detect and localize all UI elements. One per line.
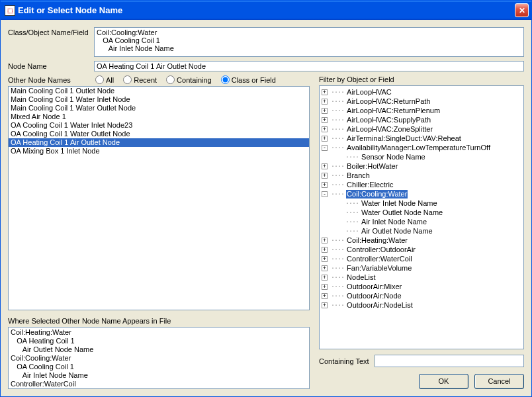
close-button[interactable]: ✕ (515, 3, 529, 17)
node-list-item[interactable]: Main Cooling Coil 1 Water Outlet Node (9, 104, 309, 112)
tree-row[interactable]: +····AirLoopHVAC (320, 87, 523, 97)
tree-node-label[interactable]: AirLoopHVAC:ZoneSplitter (346, 125, 433, 134)
tree-row[interactable]: +····AirLoopHVAC:ReturnPath (320, 97, 523, 106)
tree-node-label[interactable]: Water Outlet Node Name (361, 208, 443, 217)
expand-icon[interactable]: + (322, 173, 328, 179)
appears-line: Controller:WaterCoil (9, 380, 309, 388)
tree-node-label[interactable]: Branch (346, 171, 371, 180)
tree-row[interactable]: +····NodeList (320, 273, 523, 282)
cancel-button[interactable]: Cancel (474, 374, 524, 389)
tree-node-label[interactable]: OutdoorAir:Node (346, 292, 402, 300)
appears-list[interactable]: Coil:Heating:Water OA Heating Coil 1 Air… (8, 327, 310, 389)
node-list-item[interactable]: OA Cooling Coil 1 Water Outlet Node (9, 130, 309, 138)
tree-row[interactable]: +····Chiller:Electric (320, 180, 523, 189)
tree-row[interactable]: +····Fan:VariableVolume (320, 263, 523, 273)
node-list-item[interactable]: Main Cooling Coil 1 Outlet Node (9, 87, 309, 95)
tree-node-label[interactable]: Controller:WaterCoil (346, 255, 413, 263)
expand-icon[interactable]: + (322, 182, 328, 188)
filter-by-label: Filter by Object or Field (319, 75, 524, 83)
expand-icon[interactable]: + (322, 117, 328, 123)
tree-row[interactable]: +····Branch (320, 171, 523, 180)
tree-node-label[interactable]: AirLoopHVAC (346, 88, 392, 97)
class-field-line3: Air Inlet Node Name (97, 44, 521, 52)
radio-containing[interactable]: Containing (166, 75, 212, 84)
expand-icon[interactable]: + (322, 265, 328, 271)
class-field-label: Class/Object Name/Field (8, 27, 93, 36)
expand-icon[interactable]: + (322, 126, 328, 132)
tree-row[interactable]: ····Water Outlet Node Name (320, 208, 523, 217)
tree-node-label[interactable]: Sensor Node Name (361, 153, 426, 161)
tree-node-label[interactable]: Water Inlet Node Name (361, 199, 438, 208)
tree-spacer (336, 210, 342, 216)
node-list[interactable]: Main Cooling Coil 1 Outlet NodeMain Cool… (8, 86, 310, 310)
expand-icon[interactable]: + (322, 89, 328, 95)
expand-icon[interactable]: + (322, 275, 328, 281)
filter-tree[interactable]: +····AirLoopHVAC+····AirLoopHVAC:ReturnP… (319, 85, 524, 349)
appears-line: OA Cooling Coil 1 (9, 363, 309, 371)
expand-icon[interactable]: + (322, 284, 328, 290)
expand-icon[interactable]: + (322, 238, 328, 243)
tree-node-label[interactable]: Coil:Cooling:Water (346, 190, 408, 198)
other-names-label: Other Node Names (8, 76, 93, 84)
tree-spacer (336, 154, 342, 160)
tree-node-label[interactable]: AirTerminal:SingleDuct:VAV:Reheat (346, 134, 462, 143)
tree-node-label[interactable]: OutdoorAir:Mixer (346, 283, 402, 291)
tree-row[interactable]: +····Controller:OutdoorAir (320, 245, 523, 254)
tree-node-label[interactable]: Air Inlet Node Name (361, 218, 427, 226)
tree-row[interactable]: -····Coil:Cooling:Water (320, 189, 523, 198)
tree-row[interactable]: +····AirLoopHVAC:ReturnPlenum (320, 106, 523, 115)
expand-icon[interactable]: + (322, 108, 328, 114)
titlebar[interactable]: ⬚ Edit or Select Node Name ✕ (1, 1, 531, 20)
tree-node-label[interactable]: AvailabilityManager:LowTemperatureTurnOf… (346, 144, 491, 152)
expand-icon[interactable]: + (322, 293, 328, 299)
tree-node-label[interactable]: AirLoopHVAC:SupplyPath (346, 116, 431, 124)
radio-recent[interactable]: Recent (123, 75, 157, 84)
node-list-item[interactable]: Main Cooling Coil 1 Water Inlet Node (9, 95, 309, 104)
node-name-input[interactable] (97, 62, 521, 70)
tree-node-label[interactable]: Controller:OutdoorAir (346, 245, 416, 254)
tree-node-label[interactable]: Fan:VariableVolume (346, 264, 412, 273)
tree-row[interactable]: +····Boiler:HotWater (320, 161, 523, 171)
radio-class-field[interactable]: Class or Field (221, 75, 276, 84)
tree-row[interactable]: +····OutdoorAir:Node (320, 291, 523, 300)
tree-node-label[interactable]: NodeList (346, 273, 376, 282)
tree-row[interactable]: ····Sensor Node Name (320, 152, 523, 161)
expand-icon[interactable]: + (322, 256, 328, 262)
tree-node-label[interactable]: Boiler:HotWater (346, 162, 398, 171)
tree-row[interactable]: +····Controller:WaterCoil (320, 254, 523, 263)
tree-node-label[interactable]: Coil:Heating:Water (346, 236, 408, 245)
ok-button[interactable]: OK (419, 374, 468, 389)
appears-line: Coil:Heating:Water (9, 328, 309, 337)
tree-row[interactable]: +····OutdoorAir:NodeList (320, 300, 523, 310)
filter-radio-group: All Recent Containing Class or Field (95, 75, 276, 84)
node-list-item[interactable]: Mixed Air Node 1 (9, 112, 309, 121)
expand-icon[interactable]: + (322, 99, 328, 105)
node-list-item[interactable]: OA Heating Coil 1 Air Outlet Node (9, 138, 309, 147)
tree-node-label[interactable]: AirLoopHVAC:ReturnPath (346, 97, 431, 106)
expand-icon[interactable]: + (322, 247, 328, 253)
expand-icon[interactable]: + (322, 136, 328, 142)
tree-node-label[interactable]: Chiller:Electric (346, 181, 394, 189)
window-title: Edit or Select Node Name (18, 5, 515, 15)
tree-row[interactable]: +····AirTerminal:SingleDuct:VAV:Reheat (320, 134, 523, 143)
node-list-item[interactable]: OA Mixing Box 1 Inlet Node (9, 147, 309, 155)
tree-row[interactable]: +····AirLoopHVAC:SupplyPath (320, 115, 523, 124)
radio-all[interactable]: All (95, 75, 114, 84)
expand-icon[interactable]: + (322, 163, 328, 169)
collapse-icon[interactable]: - (322, 191, 328, 197)
containing-text-input[interactable] (375, 355, 524, 367)
class-field-line1: Coil:Cooling:Water (97, 28, 521, 36)
tree-node-label[interactable]: AirLoopHVAC:ReturnPlenum (346, 107, 441, 115)
tree-row[interactable]: +····OutdoorAir:Mixer (320, 282, 523, 291)
tree-row[interactable]: -····AvailabilityManager:LowTemperatureT… (320, 143, 523, 152)
tree-node-label[interactable]: OutdoorAir:NodeList (346, 301, 414, 310)
collapse-icon[interactable]: - (322, 145, 328, 151)
tree-row[interactable]: ····Water Inlet Node Name (320, 198, 523, 208)
tree-node-label[interactable]: Air Outlet Node Name (361, 227, 433, 236)
tree-row[interactable]: ····Air Outlet Node Name (320, 226, 523, 236)
expand-icon[interactable]: + (322, 302, 328, 308)
tree-row[interactable]: +····AirLoopHVAC:ZoneSplitter (320, 124, 523, 134)
tree-row[interactable]: +····Coil:Heating:Water (320, 236, 523, 245)
tree-row[interactable]: ····Air Inlet Node Name (320, 217, 523, 226)
node-list-item[interactable]: OA Cooling Coil 1 Water Inlet Node23 (9, 121, 309, 130)
